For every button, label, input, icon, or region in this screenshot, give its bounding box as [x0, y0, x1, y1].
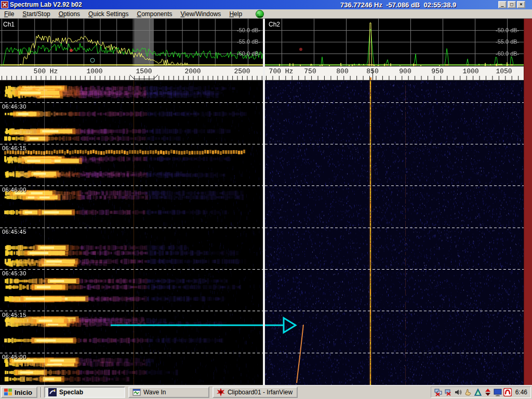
freq-tick-label: 1000	[86, 68, 102, 75]
menu-options[interactable]: Options	[55, 10, 84, 18]
freq-tick-label: 900	[399, 68, 411, 75]
network-offline-icon[interactable]	[434, 388, 443, 396]
time-label: 06:45:30	[2, 270, 26, 276]
time-label: 06:45:15	[2, 312, 26, 318]
cursor-readout: 736.77246 Hz -57.086 dB 02:55:38.9	[340, 1, 456, 9]
task-label: Clipboard01 - IrfanView	[228, 389, 292, 396]
db-label: -55.0 dB-	[237, 38, 260, 45]
pointer-device-icon[interactable]	[464, 388, 472, 396]
desktop-background-strip	[524, 19, 532, 385]
spectrum-graph-ch2[interactable]	[265, 19, 524, 66]
freq-tick-label: 850	[366, 68, 378, 75]
freq-tick-label: 500 Hz	[34, 68, 58, 75]
system-tray: 6:46	[431, 387, 531, 398]
menu-components[interactable]: Components	[133, 10, 177, 18]
freq-tick-label: 950	[431, 68, 443, 75]
taskbar-separator	[41, 387, 42, 397]
app-icon	[1, 1, 8, 8]
freq-tick-label: 2500	[234, 68, 250, 75]
green-app-icon[interactable]	[474, 388, 482, 396]
updown-transfer-icon[interactable]	[484, 388, 492, 396]
menu-file[interactable]: File	[0, 10, 18, 18]
title-bar: Spectrum Lab V2.92 b02 736.77246 Hz -57.…	[0, 0, 532, 9]
maximize-button[interactable]: □	[508, 1, 516, 8]
menu-start-stop[interactable]: Start/Stop	[18, 10, 54, 18]
taskbar: Inicio Speclab Wave In Clipboa	[0, 385, 532, 399]
windows-logo-icon	[4, 389, 12, 396]
channel-1-label: Ch1	[3, 21, 15, 28]
freq-tick-label: 700 Hz	[269, 68, 294, 75]
task-label: Wave In	[143, 389, 166, 396]
freq-tick-label: 750	[304, 68, 316, 75]
window-title: Spectrum Lab V2.92 b02	[10, 1, 82, 8]
time-label: 06:46:30	[2, 103, 26, 110]
freq-tick-label: 1050	[496, 68, 512, 75]
wave-in-icon	[132, 388, 141, 396]
time-label: 06:46:00	[2, 187, 26, 193]
waterfall-left-display[interactable]	[0, 81, 263, 385]
menu-bar: File Start/Stop Options Quick Settings C…	[0, 9, 532, 19]
waterfall-right-display[interactable]	[265, 81, 530, 385]
frequency-ruler[interactable]	[0, 66, 524, 81]
db-label: -50.0 dB-	[496, 27, 519, 33]
time-label: 06:46:15	[2, 145, 26, 151]
panel-divider	[263, 19, 265, 385]
freq-tick-label: 800	[336, 68, 348, 75]
close-button[interactable]: ×	[517, 1, 525, 8]
avira-antivirus-icon[interactable]	[503, 388, 512, 396]
db-label: -55.0 dB-	[496, 38, 519, 45]
time-label: 06:45:45	[2, 229, 26, 235]
menu-help[interactable]: Help	[225, 10, 246, 18]
menu-quick-settings[interactable]: Quick Settings	[84, 10, 132, 18]
db-label: -60.0 dB-	[237, 50, 260, 57]
db-label: -60.0 dB-	[496, 50, 519, 57]
spectrum-graph-ch1[interactable]	[0, 19, 263, 66]
menu-view-windows[interactable]: View/Windows	[177, 10, 225, 18]
tray-clock: 6:46	[515, 389, 527, 396]
taskbar-item-speclab[interactable]: Speclab	[44, 387, 125, 398]
taskbar-item-irfanview[interactable]: Clipboard01 - IrfanView	[212, 387, 298, 398]
spectrum-lab-window: Spectrum Lab V2.92 b02 736.77246 Hz -57.…	[0, 0, 532, 399]
time-label: 06:45:00	[2, 354, 26, 360]
display-settings-icon[interactable]	[494, 388, 502, 396]
task-label: Speclab	[59, 389, 83, 396]
channel-2-label: Ch2	[269, 21, 280, 28]
db-label: -50.0 dB-	[237, 27, 260, 33]
start-button[interactable]: Inicio	[1, 387, 37, 398]
speclab-icon	[48, 388, 57, 396]
taskbar-item-wave-in[interactable]: Wave In	[128, 387, 209, 398]
minimize-button[interactable]: _	[498, 1, 507, 8]
start-button-label: Inicio	[15, 389, 32, 396]
freq-tick-label: 2000	[184, 68, 201, 75]
irfanview-icon	[217, 388, 225, 396]
freq-tick-label: 1500	[136, 68, 152, 75]
network-offline-icon-2[interactable]	[444, 388, 453, 396]
volume-icon[interactable]	[454, 388, 462, 396]
running-status-icon[interactable]	[256, 10, 264, 18]
freq-tick-label: 1000	[462, 68, 478, 75]
